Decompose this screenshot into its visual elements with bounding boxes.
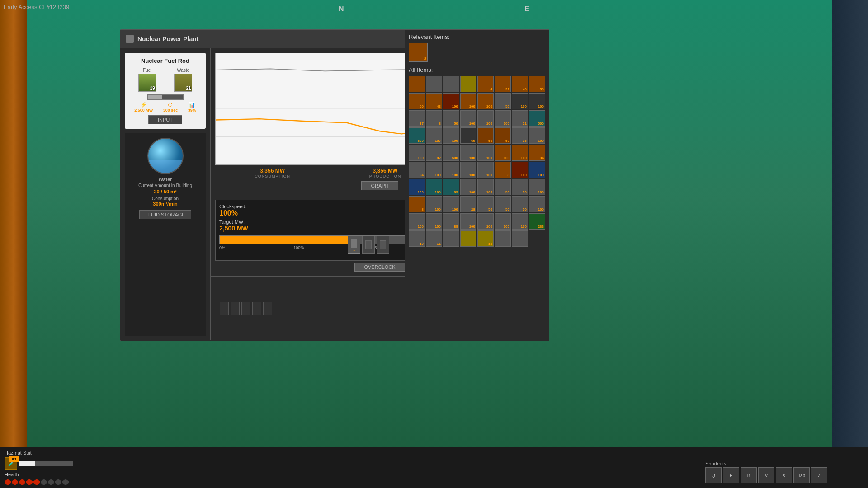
inv-cell-3[interactable] xyxy=(460,76,476,92)
inv-cell-18[interactable]: 50 xyxy=(443,110,459,127)
inv-cell-19[interactable]: 100 xyxy=(460,110,476,127)
fluid-storage-button[interactable]: FLUID STORAGE xyxy=(139,210,191,219)
inv-cell-51[interactable]: 100 xyxy=(460,179,476,195)
inv-cell-12[interactable]: 100 xyxy=(477,93,494,109)
inv-cell-75[interactable] xyxy=(460,230,476,247)
inv-cell-count-37: 100 xyxy=(504,156,509,160)
graph-button[interactable]: GRAPH xyxy=(361,181,398,190)
inv-cell-5[interactable]: 21 xyxy=(495,76,511,92)
shortcut-key-v[interactable]: V xyxy=(758,467,774,483)
inv-cell-27[interactable]: 69 xyxy=(460,127,476,144)
inv-cell-16[interactable]: 37 xyxy=(409,110,425,127)
inv-cell-7[interactable]: 50 xyxy=(529,76,545,92)
consumption-stat: 3,356 MW CONSUMPTION xyxy=(255,168,290,178)
inv-cell-43[interactable]: 100 xyxy=(460,162,476,178)
inv-cell-35[interactable]: 100 xyxy=(460,145,476,161)
inv-cell-46[interactable]: 100 xyxy=(512,162,528,178)
inv-cell-63[interactable]: 100 xyxy=(529,196,545,212)
inv-cell-69[interactable]: 100 xyxy=(495,213,511,230)
inv-cell-32[interactable]: 100 xyxy=(409,145,425,161)
inv-cell-2[interactable] xyxy=(443,76,459,92)
inv-cell-34[interactable]: 500 xyxy=(443,145,459,161)
input-button[interactable]: INPUT xyxy=(148,115,182,124)
inv-cell-36[interactable]: 100 xyxy=(477,145,494,161)
inv-cell-73[interactable]: 11 xyxy=(426,230,442,247)
inv-cell-14[interactable]: 100 xyxy=(512,93,528,109)
inv-cell-41[interactable]: 100 xyxy=(426,162,442,178)
inv-cell-21[interactable]: 100 xyxy=(495,110,511,127)
inv-cell-54[interactable]: 50 xyxy=(512,179,528,195)
inv-cell-62[interactable]: 50 xyxy=(512,196,528,212)
inv-cell-count-6: 49 xyxy=(523,87,527,91)
inv-cell-71[interactable]: 266 xyxy=(529,213,545,230)
inv-cell-25[interactable]: 187 xyxy=(426,127,442,144)
inv-cell-count-24: 500 xyxy=(418,139,424,143)
inv-cell-4[interactable]: 4 xyxy=(477,76,494,92)
inv-cell-57[interactable]: 100 xyxy=(426,196,442,212)
inv-cell-64[interactable]: 100 xyxy=(409,213,425,230)
inv-cell-67[interactable]: 100 xyxy=(460,213,476,230)
inv-cell-count-61: 50 xyxy=(505,207,509,211)
inv-cell-17[interactable]: 8 xyxy=(426,110,442,127)
inv-cell-58[interactable]: 100 xyxy=(443,196,459,212)
inv-cell-48[interactable]: 100 xyxy=(409,179,425,195)
inv-cell-56[interactable]: 8 xyxy=(409,196,425,212)
inv-cell-49[interactable]: 100 xyxy=(426,179,442,195)
water-sphere xyxy=(147,138,184,174)
inv-cell-66[interactable]: 89 xyxy=(443,213,459,230)
overclock-button[interactable]: OVERCLOCK xyxy=(354,263,405,272)
inv-cell-15[interactable]: 100 xyxy=(529,93,545,109)
inv-cell-11[interactable]: 100 xyxy=(460,93,476,109)
consumption-label: Consumption xyxy=(152,196,179,201)
inv-cell-6[interactable]: 49 xyxy=(512,76,528,92)
inv-cell-38[interactable]: 100 xyxy=(512,145,528,161)
shortcut-key-z[interactable]: Z xyxy=(811,467,827,483)
relevant-item-0[interactable]: 8 xyxy=(409,43,428,62)
inv-cell-60[interactable]: 50 xyxy=(477,196,494,212)
inv-cell-59[interactable]: 28 xyxy=(460,196,476,212)
inv-cell-22[interactable]: 21 xyxy=(512,110,528,127)
shortcut-key-x[interactable]: X xyxy=(776,467,792,483)
inv-cell-45[interactable]: 8 xyxy=(495,162,511,178)
inv-cell-44[interactable]: 100 xyxy=(477,162,494,178)
inv-cell-55[interactable]: 100 xyxy=(529,179,545,195)
inv-cell-31[interactable]: 100 xyxy=(529,127,545,144)
inv-cell-52[interactable]: 100 xyxy=(477,179,494,195)
inv-cell-68[interactable]: 100 xyxy=(477,213,494,230)
inv-cell-29[interactable]: 50 xyxy=(495,127,511,144)
inv-cell-28[interactable]: 50 xyxy=(477,127,494,144)
inv-cell-26[interactable]: 100 xyxy=(443,127,459,144)
inv-cell-74[interactable] xyxy=(443,230,459,247)
inv-cell-65[interactable]: 100 xyxy=(426,213,442,230)
inv-cell-39[interactable]: 34 xyxy=(529,145,545,161)
inv-cell-8[interactable]: 50 xyxy=(409,93,425,109)
inv-cell-1[interactable] xyxy=(426,76,442,92)
shortcut-key-tab[interactable]: Tab xyxy=(793,467,810,483)
inv-cell-72[interactable]: 10 xyxy=(409,230,425,247)
inv-cell-13[interactable]: 50 xyxy=(495,93,511,109)
shortcut-key-q[interactable]: Q xyxy=(705,467,722,483)
inv-cell-10[interactable]: 100 xyxy=(443,93,459,109)
inv-cell-78[interactable] xyxy=(512,230,528,247)
inv-cell-33[interactable]: 82 xyxy=(426,145,442,161)
power-stat: ⚡ 2,500 MW xyxy=(134,102,153,113)
inv-cell-9[interactable]: 43 xyxy=(426,93,442,109)
inv-cell-53[interactable]: 50 xyxy=(495,179,511,195)
inv-cell-37[interactable]: 100 xyxy=(495,145,511,161)
inv-cell-30[interactable]: 25 xyxy=(512,127,528,144)
inv-cell-47[interactable]: 100 xyxy=(529,162,545,178)
inv-cell-23[interactable]: 500 xyxy=(529,110,545,127)
inv-cell-77[interactable] xyxy=(495,230,511,247)
inv-cell-76[interactable]: 13 xyxy=(477,230,494,247)
inv-cell-61[interactable]: 50 xyxy=(495,196,511,212)
shortcut-key-b[interactable]: B xyxy=(741,467,757,483)
shortcut-key-f[interactable]: F xyxy=(723,467,739,483)
inv-cell-50[interactable]: 89 xyxy=(443,179,459,195)
inv-cell-count-43: 100 xyxy=(469,173,475,177)
inv-cell-42[interactable]: 100 xyxy=(443,162,459,178)
inv-cell-40[interactable]: 94 xyxy=(409,162,425,178)
inv-cell-70[interactable]: 100 xyxy=(512,213,528,230)
inv-cell-20[interactable]: 100 xyxy=(477,110,494,127)
inv-cell-0[interactable] xyxy=(409,76,425,92)
inv-cell-24[interactable]: 500 xyxy=(409,127,425,144)
